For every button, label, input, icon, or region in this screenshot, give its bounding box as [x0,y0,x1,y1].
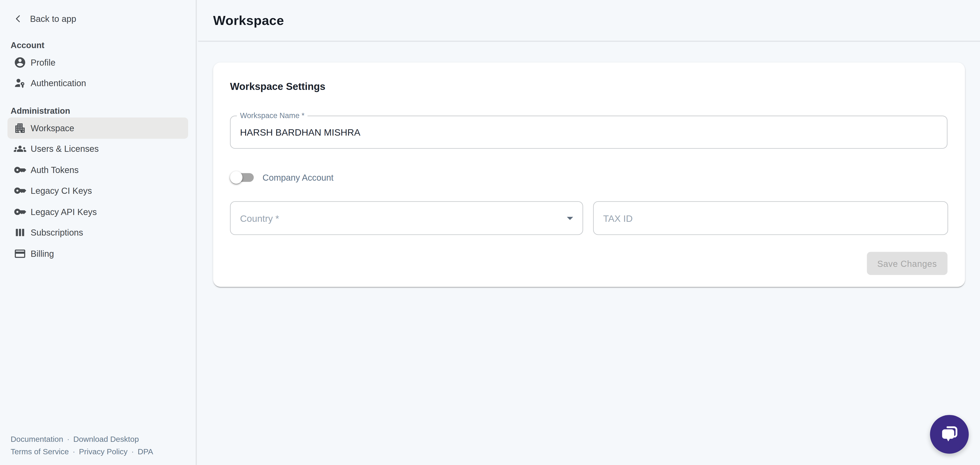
country-select[interactable] [230,201,583,235]
main-content: Workspace Workspace Settings Workspace N… [198,0,980,465]
sidebar-item-auth-tokens[interactable]: Auth Tokens [8,159,188,180]
download-desktop-link[interactable]: Download Desktop [73,435,139,444]
sidebar-item-authentication[interactable]: Authentication [8,73,188,94]
chat-bubbles-icon [939,424,960,445]
credit-card-icon [14,247,26,260]
terms-of-service-link[interactable]: Terms of Service [11,447,69,456]
save-changes-button[interactable]: Save Changes [867,252,948,275]
dot-separator: · [127,447,138,456]
sidebar-footer: Documentation·Download Desktop Terms of … [11,434,153,458]
chat-launcher-button[interactable] [930,415,969,454]
sidebar-item-workspace[interactable]: Workspace [8,118,188,139]
tax-id-input[interactable] [594,202,947,234]
sidebar-item-legacy-api-keys[interactable]: Legacy API Keys [8,201,188,222]
building-icon [14,122,26,134]
company-account-toggle[interactable] [230,170,255,185]
settings-sidebar: Back to app Account Profile Authenticati… [0,0,197,465]
person-key-icon [14,77,26,89]
groups-icon [14,143,26,155]
sidebar-item-profile[interactable]: Profile [8,52,188,73]
sidebar-item-label: Legacy CI Keys [30,186,92,196]
sidebar-item-label: Legacy API Keys [30,207,97,217]
chevron-left-icon [13,13,24,24]
sidebar-item-label: Profile [30,57,55,67]
back-to-app-button[interactable]: Back to app [13,11,196,26]
dot-separator: · [69,447,79,456]
sidebar-item-label: Authentication [30,78,86,88]
sidebar-item-label: Users & Licenses [30,144,99,154]
workspace-name-input[interactable] [231,116,947,148]
sidebar-item-label: Subscriptions [30,228,83,238]
page-title: Workspace [213,13,284,28]
sidebar-item-legacy-ci-keys[interactable]: Legacy CI Keys [8,180,188,201]
dpa-link[interactable]: DPA [138,447,153,456]
account-circle-icon [14,56,26,68]
sidebar-item-label: Workspace [30,123,74,133]
documentation-link[interactable]: Documentation [11,435,63,444]
sidebar-item-subscriptions[interactable]: Subscriptions [8,222,188,243]
footer-row-2: Terms of Service·Privacy Policy·DPA [11,446,153,458]
key-icon [14,185,26,197]
columns-icon [14,226,26,239]
section-title-account: Account [11,41,196,51]
company-account-row: Company Account [230,165,333,190]
company-account-label: Company Account [262,173,334,183]
country-select-input[interactable] [231,202,582,234]
card-title: Workspace Settings [230,81,325,92]
workspace-settings-card: Workspace Settings Workspace Name * Comp… [213,62,965,287]
footer-row-1: Documentation·Download Desktop [11,434,153,446]
sidebar-item-users-licenses[interactable]: Users & Licenses [8,139,188,159]
app-root: Back to app Account Profile Authenticati… [0,0,980,465]
back-to-app-label: Back to app [30,13,76,24]
section-title-administration: Administration [11,106,196,116]
dot-separator: · [63,435,73,444]
workspace-name-field[interactable]: Workspace Name * [230,116,947,149]
toggle-thumb [230,171,242,184]
page-header: Workspace [198,0,980,42]
sidebar-item-billing[interactable]: Billing [8,243,188,264]
key-icon [14,164,26,176]
sidebar-item-label: Auth Tokens [30,165,78,175]
sidebar-item-label: Billing [30,248,54,258]
workspace-name-label: Workspace Name * [237,111,307,121]
tax-id-field[interactable] [593,201,948,235]
key-icon [14,205,26,218]
privacy-policy-link[interactable]: Privacy Policy [79,447,127,456]
